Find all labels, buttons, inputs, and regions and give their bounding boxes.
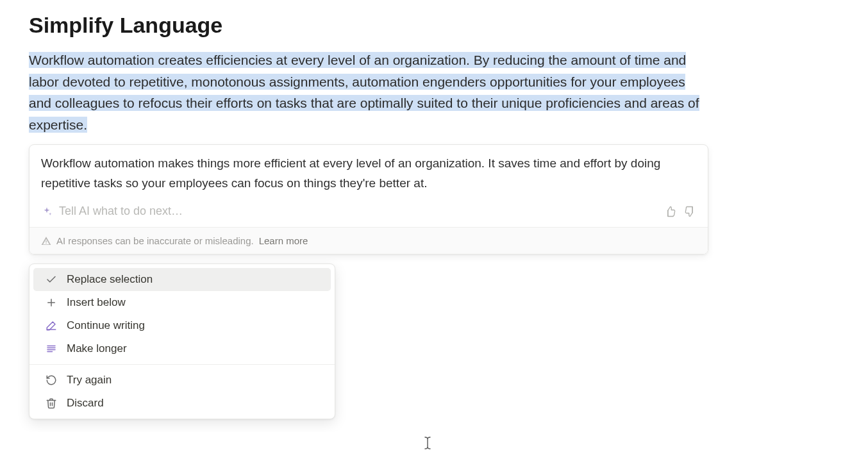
menu-item-continue-writing[interactable]: Continue writing: [33, 314, 331, 337]
pencil-line-icon: [45, 319, 58, 332]
trash-icon: [45, 397, 58, 410]
menu-item-label: Try again: [67, 374, 112, 387]
menu-item-label: Replace selection: [67, 273, 153, 286]
learn-more-link[interactable]: Learn more: [259, 235, 308, 246]
ai-prompt-input[interactable]: [59, 205, 658, 218]
check-icon: [45, 273, 58, 286]
disclaimer-text: AI responses can be inaccurate or mislea…: [56, 235, 254, 246]
menu-item-label: Insert below: [67, 296, 126, 309]
menu-item-insert-below[interactable]: Insert below: [33, 291, 331, 314]
sparkle-icon: [41, 206, 53, 217]
ai-actions-menu: Replace selection Insert below Continue …: [29, 263, 335, 419]
menu-item-label: Continue writing: [67, 319, 145, 332]
retry-icon: [45, 374, 58, 387]
ai-disclaimer: AI responses can be inaccurate or mislea…: [29, 227, 708, 254]
feedback-icons: [664, 205, 696, 218]
menu-item-make-longer[interactable]: Make longer: [33, 337, 331, 360]
page-title: Simplify Language: [29, 13, 839, 38]
warning-icon: [41, 236, 51, 246]
menu-item-try-again[interactable]: Try again: [33, 369, 331, 392]
plus-icon: [45, 296, 58, 309]
menu-item-replace-selection[interactable]: Replace selection: [33, 268, 331, 291]
menu-divider: [29, 364, 335, 365]
thumbs-down-icon[interactable]: [683, 205, 696, 218]
menu-item-discard[interactable]: Discard: [33, 392, 331, 415]
lines-icon: [45, 342, 58, 355]
ai-input-row: [29, 199, 708, 227]
ai-response-card: Workflow automation makes things more ef…: [29, 144, 708, 255]
original-selected-text: Workflow automation creates efficiencies…: [29, 49, 708, 135]
thumbs-up-icon[interactable]: [664, 205, 677, 218]
menu-item-label: Discard: [67, 397, 104, 410]
ai-response-text: Workflow automation makes things more ef…: [29, 145, 708, 199]
menu-item-label: Make longer: [67, 342, 127, 355]
